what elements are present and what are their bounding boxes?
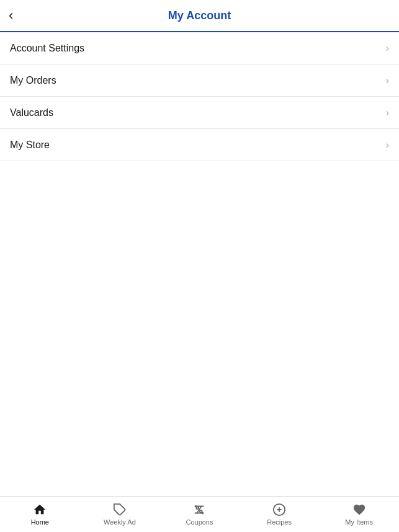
chevron-right-icon: ›	[386, 75, 389, 86]
chevron-right-icon: ›	[386, 140, 389, 151]
menu-item-my-orders[interactable]: My Orders ›	[0, 64, 399, 97]
recipes-icon	[272, 503, 286, 516]
chevron-right-icon: ›	[386, 107, 389, 118]
svg-point-2	[200, 510, 202, 513]
back-button[interactable]: ‹	[9, 9, 13, 22]
coupons-icon	[192, 503, 206, 516]
menu-item-my-store[interactable]: My Store ›	[0, 129, 399, 161]
menu-item-account-settings[interactable]: Account Settings ›	[0, 32, 399, 64]
home-icon	[33, 503, 47, 516]
chevron-right-icon: ›	[386, 43, 389, 54]
nav-item-my-items[interactable]: My Items	[319, 497, 399, 532]
nav-label-weekly-ad: Weekly Ad	[104, 518, 136, 526]
page-title: My Account	[168, 9, 231, 22]
nav-item-weekly-ad[interactable]: Weekly Ad	[80, 497, 160, 532]
nav-label-my-items: My Items	[345, 518, 373, 526]
menu-item-label-account-settings: Account Settings	[10, 43, 84, 54]
svg-point-1	[197, 507, 199, 509]
bottom-nav: Home Weekly Ad Coupons Recipes My Items	[0, 496, 399, 532]
menu-item-label-my-orders: My Orders	[10, 75, 56, 86]
nav-label-home: Home	[31, 518, 49, 526]
menu-item-label-my-store: My Store	[10, 140, 50, 151]
menu-item-valucards[interactable]: Valucards ›	[0, 97, 399, 129]
my-items-icon	[352, 503, 366, 516]
content-area	[0, 161, 399, 496]
nav-label-recipes: Recipes	[267, 518, 292, 526]
menu-item-label-valucards: Valucards	[10, 107, 53, 118]
menu-list: Account Settings › My Orders › Valucards…	[0, 32, 399, 161]
header: ‹ My Account	[0, 0, 399, 32]
nav-item-home[interactable]: Home	[0, 497, 80, 532]
weekly-ad-icon	[113, 503, 127, 516]
nav-item-recipes[interactable]: Recipes	[240, 497, 320, 532]
nav-label-coupons: Coupons	[186, 518, 213, 526]
nav-item-coupons[interactable]: Coupons	[159, 497, 240, 532]
